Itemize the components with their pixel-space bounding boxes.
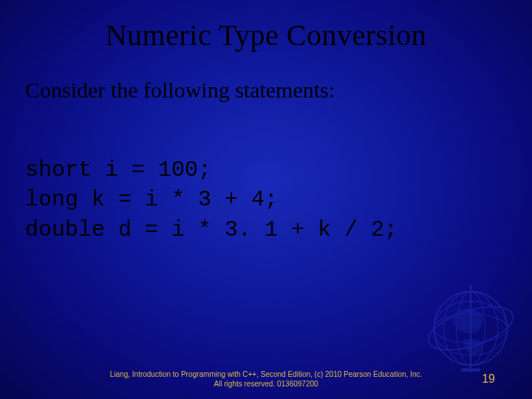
code-block: short i = 100; long k = i * 3 + 4; doubl… <box>25 125 532 245</box>
footer: Liang, Introduction to Programming with … <box>0 370 532 389</box>
globe-decoration <box>423 276 519 372</box>
slide-title: Numeric Type Conversion <box>0 0 532 52</box>
intro-text: Consider the following statements: <box>25 78 532 103</box>
code-line: long k = i * 3 + 4; <box>25 187 278 212</box>
footer-line-2: All rights reserved. 0136097200 <box>0 380 532 389</box>
code-line: short i = 100; <box>25 157 211 183</box>
page-number: 19 <box>482 372 495 386</box>
footer-line-1: Liang, Introduction to Programming with … <box>0 370 532 380</box>
code-line: double d = i * 3. 1 + k / 2; <box>25 217 398 242</box>
